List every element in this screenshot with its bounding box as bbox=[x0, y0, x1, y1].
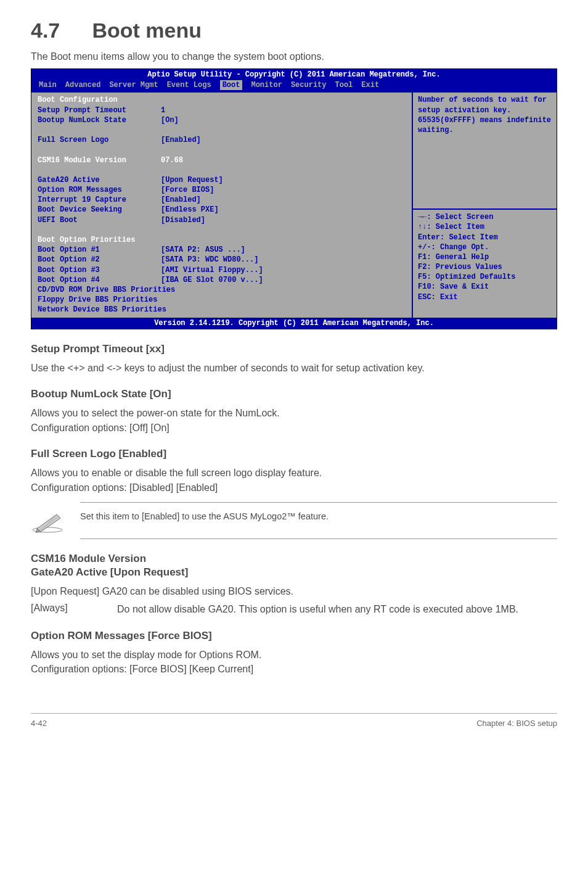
boot-option-value: [AMI Virtual Floppy...] bbox=[161, 265, 263, 275]
nav-hint: Enter: Select Item bbox=[418, 233, 552, 242]
option-label: [Always] bbox=[31, 603, 117, 616]
body-paragraph: [Upon Request] GA20 can be disabled usin… bbox=[31, 585, 557, 598]
boot-option-label: Boot Option #4 bbox=[38, 275, 161, 285]
bios-setting-row[interactable]: Boot Device Seeking [Endless PXE] bbox=[38, 205, 406, 215]
boot-option-label: Boot Option #3 bbox=[38, 265, 161, 275]
subsection-heading: Setup Prompt Timeout [xx] bbox=[31, 343, 557, 355]
subsection-heading: CSM16 Module Version bbox=[31, 553, 557, 565]
subsection-heading: Full Screen Logo [Enabled] bbox=[31, 448, 557, 460]
body-paragraph: Allows you to enable or disable the full… bbox=[31, 466, 557, 480]
nav-hint: F2: Previous Values bbox=[418, 262, 552, 272]
nav-hint: F1: General Help bbox=[418, 252, 552, 262]
boot-option-value: [SATA P2: ASUS ...] bbox=[161, 245, 245, 255]
bios-boot-option[interactable]: Boot Option #1 [SATA P2: ASUS ...] bbox=[38, 245, 406, 255]
bbs-priority-item[interactable]: Network Device BBS Priorities bbox=[38, 305, 406, 315]
setting-value: 07.68 bbox=[161, 155, 183, 165]
bios-boot-option[interactable]: Boot Option #4 [IBA GE Slot 0700 v...] bbox=[38, 275, 406, 285]
svg-line-2 bbox=[39, 516, 59, 530]
divider bbox=[413, 208, 557, 210]
intro-paragraph: The Boot menu items allow you to change … bbox=[31, 51, 557, 62]
setting-label: Setup Prompt Timeout bbox=[38, 105, 161, 115]
pencil-icon bbox=[31, 508, 65, 533]
setting-label: Interrupt 19 Capture bbox=[38, 195, 161, 205]
page-section-heading: 4.7 Boot menu bbox=[31, 19, 557, 43]
setting-label: Full Screen Logo bbox=[38, 135, 161, 145]
body-paragraph: Configuration options: [Off] [On] bbox=[31, 421, 557, 435]
bios-setting-row[interactable]: GateA20 Active [Upon Request] bbox=[38, 175, 406, 185]
bios-priorities-title: Boot Option Priorities bbox=[38, 235, 406, 245]
setting-label: Bootup NumLock State bbox=[38, 115, 161, 125]
bios-tab-advanced[interactable]: Advanced bbox=[65, 80, 101, 90]
bbs-priority-item[interactable]: Floppy Drive BBS Priorities bbox=[38, 295, 406, 305]
spacer bbox=[38, 125, 406, 135]
subsection-heading: Bootup NumLock State [On] bbox=[31, 388, 557, 400]
nav-hint: F10: Save & Exit bbox=[418, 282, 552, 292]
nav-hint: →←: Select Screen bbox=[418, 212, 552, 222]
bios-setting-row[interactable]: Option ROM Messages [Force BIOS] bbox=[38, 185, 406, 195]
body-paragraph: Configuration options: [Force BIOS] [Kee… bbox=[31, 662, 557, 676]
setting-label: UEFI Boot bbox=[38, 215, 161, 225]
setting-value: [Enabled] bbox=[161, 135, 201, 145]
boot-option-value: [SATA P3: WDC WD80...] bbox=[161, 255, 258, 265]
nav-hint: ↑↓: Select Item bbox=[418, 222, 552, 232]
bios-setting-row[interactable]: Full Screen Logo [Enabled] bbox=[38, 135, 406, 145]
boot-option-value: [IBA GE Slot 0700 v...] bbox=[161, 275, 263, 285]
bios-tab-security[interactable]: Security bbox=[291, 80, 327, 90]
setting-value: [Endless PXE] bbox=[161, 205, 219, 215]
spacer bbox=[38, 225, 406, 235]
note-text: Set this item to [Enabled] to use the AS… bbox=[80, 502, 557, 539]
option-row: [Always] Do not allow disable GA20. This… bbox=[31, 603, 557, 616]
setting-value: [Force BIOS] bbox=[161, 185, 214, 195]
body-paragraph: Configuration options: [Disabled] [Enabl… bbox=[31, 481, 557, 495]
bios-setting-row: CSM16 Module Version 07.68 bbox=[38, 155, 406, 165]
bios-setting-row[interactable]: Interrupt 19 Capture [Enabled] bbox=[38, 195, 406, 205]
bios-config-title: Boot Configuration bbox=[38, 95, 406, 105]
boot-option-label: Boot Option #1 bbox=[38, 245, 161, 255]
bios-main-panel: Boot Configuration Setup Prompt Timeout … bbox=[31, 93, 412, 317]
bios-tab-tool[interactable]: Tool bbox=[335, 80, 353, 90]
bios-header: Aptio Setup Utility - Copyright (C) 2011… bbox=[31, 69, 557, 80]
setting-label: GateA20 Active bbox=[38, 175, 161, 185]
svg-line-1 bbox=[41, 514, 57, 532]
bios-boot-option[interactable]: Boot Option #2 [SATA P3: WDC WD80...] bbox=[38, 255, 406, 265]
bios-help-text: Number of seconds to wait for setup acti… bbox=[418, 95, 552, 135]
bios-tab-monitor[interactable]: Monitor bbox=[251, 80, 282, 90]
nav-hint: ESC: Exit bbox=[418, 292, 552, 302]
section-number: 4.7 bbox=[31, 19, 86, 43]
bios-tab-server-mgmt[interactable]: Server Mgmt bbox=[109, 80, 158, 90]
bios-tab-main[interactable]: Main bbox=[39, 80, 57, 90]
setting-label: Option ROM Messages bbox=[38, 185, 161, 195]
body-paragraph: Use the <+> and <-> keys to adjust the n… bbox=[31, 361, 557, 375]
bios-tab-boot[interactable]: Boot bbox=[220, 80, 243, 90]
bios-setting-row[interactable]: Bootup NumLock State [On] bbox=[38, 115, 406, 125]
setting-value: [Upon Request] bbox=[161, 175, 223, 185]
spacer bbox=[38, 145, 406, 155]
boot-option-label: Boot Option #2 bbox=[38, 255, 161, 265]
bbs-priority-item[interactable]: CD/DVD ROM Drive BBS Priorities bbox=[38, 285, 406, 295]
bios-tab-exit[interactable]: Exit bbox=[361, 80, 379, 90]
bios-footer: Version 2.14.1219. Copyright (C) 2011 Am… bbox=[31, 318, 557, 329]
setting-label: CSM16 Module Version bbox=[38, 155, 161, 165]
nav-hint: +/-: Change Opt. bbox=[418, 242, 552, 252]
body-paragraph: Allows you to set the display mode for O… bbox=[31, 648, 557, 662]
section-title: Boot menu bbox=[92, 19, 202, 42]
setting-value: 1 bbox=[161, 105, 165, 115]
chapter-label: Chapter 4: BIOS setup bbox=[476, 719, 557, 728]
bios-boot-option[interactable]: Boot Option #3 [AMI Virtual Floppy...] bbox=[38, 265, 406, 275]
body-paragraph: Allows you to select the power-on state … bbox=[31, 406, 557, 420]
subsection-heading: GateA20 Active [Upon Request] bbox=[31, 566, 557, 579]
bios-help-panel: Number of seconds to wait for setup acti… bbox=[412, 93, 557, 317]
spacer bbox=[38, 165, 406, 175]
bios-tab-bar: Main Advanced Server Mgmt Event Logs Boo… bbox=[31, 80, 557, 91]
page-number: 4-42 bbox=[31, 719, 47, 728]
bios-setting-row[interactable]: Setup Prompt Timeout 1 bbox=[38, 105, 406, 115]
note-block: Set this item to [Enabled] to use the AS… bbox=[31, 502, 557, 539]
subsection-heading: Option ROM Messages [Force BIOS] bbox=[31, 630, 557, 642]
bios-tab-event-logs[interactable]: Event Logs bbox=[167, 80, 211, 90]
nav-hint: F5: Optimized Defaults bbox=[418, 272, 552, 282]
page-footer: 4-42 Chapter 4: BIOS setup bbox=[31, 713, 557, 728]
bios-setting-row[interactable]: UEFI Boot [Disabled] bbox=[38, 215, 406, 225]
setting-value: [Enabled] bbox=[161, 195, 201, 205]
bios-screenshot: Aptio Setup Utility - Copyright (C) 2011… bbox=[31, 68, 557, 329]
setting-label: Boot Device Seeking bbox=[38, 205, 161, 215]
